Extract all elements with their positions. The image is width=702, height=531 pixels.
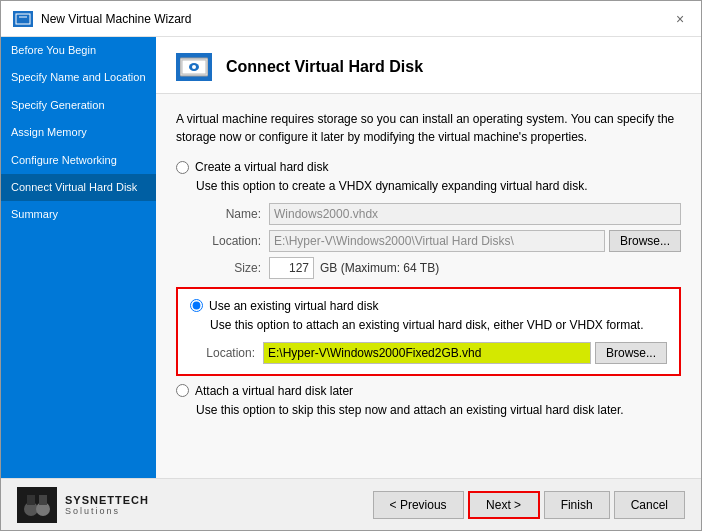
use-existing-label[interactable]: Use an existing virtual hard disk <box>209 299 378 313</box>
brand-logo: SYSNETTECH Solutions <box>17 487 149 523</box>
attach-later-desc: Use this option to skip this step now an… <box>196 402 681 419</box>
existing-location-label: Location: <box>190 346 255 360</box>
footer: SYSNETTECH Solutions < Previous Next > F… <box>1 478 701 530</box>
sidebar-item-summary[interactable]: Summary <box>1 201 156 228</box>
window-title: New Virtual Machine Wizard <box>41 12 671 26</box>
next-button[interactable]: Next > <box>468 491 540 519</box>
svg-rect-9 <box>27 495 35 505</box>
title-bar: New Virtual Machine Wizard × <box>1 1 701 37</box>
use-existing-radio[interactable] <box>190 299 203 312</box>
page-description: A virtual machine requires storage so yo… <box>176 110 681 146</box>
location-field-label: Location: <box>196 234 261 248</box>
svg-rect-10 <box>39 495 47 505</box>
brand-icon <box>17 487 57 523</box>
create-vhd-browse-button[interactable]: Browse... <box>609 230 681 252</box>
page-header: Connect Virtual Hard Disk <box>156 37 701 94</box>
sidebar-item-specify-generation[interactable]: Specify Generation <box>1 92 156 119</box>
svg-rect-0 <box>15 13 31 25</box>
sidebar: Before You Begin Specify Name and Locati… <box>1 37 156 478</box>
create-vhd-radio[interactable] <box>176 161 189 174</box>
use-existing-section: Use an existing virtual hard disk Use th… <box>176 287 681 376</box>
cancel-button[interactable]: Cancel <box>614 491 685 519</box>
size-field-input[interactable] <box>269 257 314 279</box>
close-button[interactable]: × <box>671 10 689 28</box>
attach-later-radio[interactable] <box>176 384 189 397</box>
page-title: Connect Virtual Hard Disk <box>226 58 423 76</box>
create-vhd-label[interactable]: Create a virtual hard disk <box>195 160 328 174</box>
previous-button[interactable]: < Previous <box>373 491 464 519</box>
create-vhd-fields: Name: Location: Browse... Size: GB (Maxi… <box>196 203 681 279</box>
footer-buttons: < Previous Next > Finish Cancel <box>373 491 685 519</box>
sidebar-item-specify-name[interactable]: Specify Name and Location <box>1 64 156 91</box>
size-unit-text: GB (Maximum: 64 TB) <box>320 261 439 275</box>
brand-name: SYSNETTECH <box>65 494 149 506</box>
use-existing-desc: Use this option to attach an existing vi… <box>210 317 667 334</box>
window-icon <box>13 11 33 27</box>
sidebar-item-configure-networking[interactable]: Configure Networking <box>1 147 156 174</box>
sidebar-item-assign-memory[interactable]: Assign Memory <box>1 119 156 146</box>
existing-location-input[interactable] <box>263 342 591 364</box>
sidebar-item-connect-vhd[interactable]: Connect Virtual Hard Disk <box>1 174 156 201</box>
attach-later-label[interactable]: Attach a virtual hard disk later <box>195 384 353 398</box>
name-field-label: Name: <box>196 207 261 221</box>
existing-location-row: Location: Browse... <box>190 342 667 364</box>
location-field-row: Location: Browse... <box>196 230 681 252</box>
sidebar-item-before-you-begin[interactable]: Before You Begin <box>1 37 156 64</box>
main-panel: Connect Virtual Hard Disk A virtual mach… <box>156 37 701 478</box>
size-field-row: Size: GB (Maximum: 64 TB) <box>196 257 681 279</box>
page-content: A virtual machine requires storage so yo… <box>156 94 701 478</box>
name-field-row: Name: <box>196 203 681 225</box>
size-field-label: Size: <box>196 261 261 275</box>
name-field-input[interactable] <box>269 203 681 225</box>
svg-point-6 <box>192 65 196 69</box>
attach-later-option: Attach a virtual hard disk later Use thi… <box>176 384 681 419</box>
finish-button[interactable]: Finish <box>544 491 610 519</box>
content-area: Before You Begin Specify Name and Locati… <box>1 37 701 478</box>
page-header-icon <box>176 53 212 81</box>
brand-sub: Solutions <box>65 506 120 516</box>
create-vhd-option: Create a virtual hard disk Use this opti… <box>176 160 681 279</box>
wizard-window: New Virtual Machine Wizard × Before You … <box>0 0 702 531</box>
brand-text: SYSNETTECH Solutions <box>65 494 149 516</box>
create-vhd-desc: Use this option to create a VHDX dynamic… <box>196 178 681 195</box>
existing-browse-button[interactable]: Browse... <box>595 342 667 364</box>
location-field-input[interactable] <box>269 230 605 252</box>
